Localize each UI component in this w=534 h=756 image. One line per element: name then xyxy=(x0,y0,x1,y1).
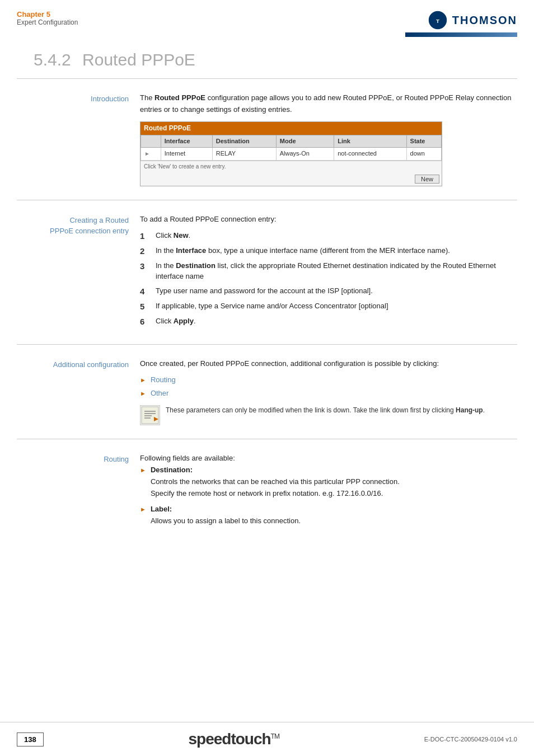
header-bar xyxy=(405,32,517,37)
note-icon xyxy=(140,405,160,425)
chapter-sub: Expert Configuration xyxy=(17,18,78,26)
thomson-icon: T xyxy=(428,10,448,30)
routing-body: Following fields are available: ► Destin… xyxy=(140,453,517,529)
step-4-text: Type user name and password for the acco… xyxy=(156,285,373,297)
table-row[interactable]: ► Internet RELAY Always-On not-connected… xyxy=(141,148,442,161)
routing-list: ► Destination: Controls the networks tha… xyxy=(140,464,517,527)
introduction-section: Introduction The Routed PPPoE configurat… xyxy=(17,79,517,200)
header: Chapter 5 Expert Configuration T THOMSON xyxy=(0,0,534,37)
speedtouch-bold: touch xyxy=(231,730,270,748)
speedtouch-tm: TM xyxy=(271,732,279,740)
step-3: 3 In the Destination list, click the app… xyxy=(140,260,517,282)
creating-label-line1: Creating a Routed xyxy=(69,216,129,224)
row-interface: Internet xyxy=(161,148,212,161)
col-state: State xyxy=(406,135,441,148)
col-destination: Destination xyxy=(212,135,276,148)
widget-titlebar: Routed PPPoE xyxy=(140,122,442,135)
page-title-text: Routed PPPoE xyxy=(82,50,195,69)
svg-text:T: T xyxy=(436,18,439,24)
creating-label: Creating a Routed PPPoE connection entry xyxy=(17,214,140,331)
page-title-area: 5.4.2 Routed PPPoE xyxy=(0,37,534,78)
creating-label-line2: PPPoE connection entry xyxy=(50,227,129,235)
introduction-body: The Routed PPPoE configuration page allo… xyxy=(140,92,517,186)
step-2-num: 2 xyxy=(140,245,152,257)
row-state: down xyxy=(406,148,441,161)
svg-rect-2 xyxy=(142,407,158,424)
routing-destination-block: Destination: Controls the networks that … xyxy=(151,464,400,499)
chapter-info: Chapter 5 Expert Configuration xyxy=(17,10,78,26)
footer-doc: E-DOC-CTC-20050429-0104 v1.0 xyxy=(424,736,517,743)
step-6-num: 6 xyxy=(140,316,152,327)
content: Introduction The Routed PPPoE configurat… xyxy=(0,79,534,543)
new-button[interactable]: New xyxy=(415,175,439,184)
thomson-logo: T THOMSON xyxy=(428,10,517,30)
introduction-text: The Routed PPPoE configuration page allo… xyxy=(140,92,517,116)
step-5-num: 5 xyxy=(140,300,152,312)
routing-destination-item: ► Destination: Controls the networks tha… xyxy=(140,464,517,499)
routing-section: Routing Following fields are available: … xyxy=(17,439,517,543)
footer: 138 speedtouchTM E-DOC-CTC-20050429-0104… xyxy=(0,722,534,756)
additional-section: Additional configuration Once created, p… xyxy=(17,345,517,439)
widget-hint: Click 'New' to create a new entry. xyxy=(140,161,442,172)
routing-label-item: ► Label: Allows you to assign a label to… xyxy=(140,504,517,527)
introduction-label: Introduction xyxy=(17,92,140,186)
step-3-text: In the Destination list, click the appro… xyxy=(156,260,517,282)
row-link: not-connected xyxy=(334,148,406,161)
note-box: These parameters can only be modified wh… xyxy=(140,405,517,425)
row-destination: RELAY xyxy=(212,148,276,161)
additional-body: Once created, per Routed PPPoE connectio… xyxy=(140,358,517,425)
creating-body: To add a Routed PPPoE connection entry: … xyxy=(140,214,517,331)
routing-label-text: Label: xyxy=(151,505,172,513)
routing-label: Routing xyxy=(17,453,140,529)
steps-intro: To add a Routed PPPoE connection entry: xyxy=(140,214,517,226)
step-1-text: Click New. xyxy=(156,230,190,241)
step-1: 1 Click New. xyxy=(140,230,517,242)
routing-label-block: Label: Allows you to assign a label to t… xyxy=(151,504,301,527)
bullet-other: ► Other xyxy=(140,388,517,400)
routed-pppoe-widget: Routed PPPoE Interface Destination Mode … xyxy=(140,121,442,186)
bullet-arrow-1: ► xyxy=(140,375,146,386)
step-6: 6 Click Apply. xyxy=(140,316,517,327)
table-header-row: Interface Destination Mode Link State xyxy=(141,135,442,148)
step-4: 4 Type user name and password for the ac… xyxy=(140,285,517,297)
step-6-text: Click Apply. xyxy=(156,316,196,327)
page-number: 138 xyxy=(17,732,44,746)
step-5-text: If applicable, type a Service name and/o… xyxy=(156,300,388,312)
step-5: 5 If applicable, type a Service name and… xyxy=(140,300,517,312)
routing-destination-desc: Controls the networks that can be reache… xyxy=(151,477,400,497)
routing-intro: Following fields are available: xyxy=(140,453,517,464)
widget-table: Interface Destination Mode Link State ► … xyxy=(140,135,442,161)
bullet-arrow-2: ► xyxy=(140,389,146,399)
page-title-number: 5.4.2 xyxy=(34,50,71,69)
logo-text: THOMSON xyxy=(452,14,517,27)
bullet-arrow-label: ► xyxy=(140,505,146,515)
additional-text: Once created, per Routed PPPoE connectio… xyxy=(140,358,517,370)
speedtouch-text: speed xyxy=(188,730,231,748)
col-empty xyxy=(141,135,161,148)
bullet-routing: ► Routing xyxy=(140,374,517,386)
step-3-num: 3 xyxy=(140,260,152,272)
col-interface: Interface xyxy=(161,135,212,148)
page-title: 5.4.2 Routed PPPoE xyxy=(34,50,534,69)
step-2-text: In the Interface box, type a unique inte… xyxy=(156,245,450,256)
note-svg xyxy=(140,406,160,425)
speedtouch-logo: speedtouchTM xyxy=(188,730,279,748)
bullet-list: ► Routing ► Other xyxy=(140,374,517,400)
routing-label-desc: Allows you to assign a label to this con… xyxy=(151,516,301,525)
step-list: 1 Click New. 2 In the Interface box, typ… xyxy=(140,230,517,327)
creating-section: Creating a Routed PPPoE connection entry… xyxy=(17,200,517,345)
step-4-num: 4 xyxy=(140,285,152,297)
bullet-arrow-dest: ► xyxy=(140,466,146,476)
row-mode: Always-On xyxy=(276,148,334,161)
col-mode: Mode xyxy=(276,135,334,148)
routing-destination-label: Destination: xyxy=(151,466,193,474)
other-link[interactable]: Other xyxy=(151,388,169,400)
routing-link[interactable]: Routing xyxy=(151,374,176,386)
row-arrow: ► xyxy=(141,148,161,161)
col-link: Link xyxy=(334,135,406,148)
logo-area: T THOMSON xyxy=(405,10,517,37)
chapter-title: Chapter 5 xyxy=(17,10,78,18)
step-1-num: 1 xyxy=(140,230,152,242)
additional-label: Additional configuration xyxy=(17,358,140,425)
step-2: 2 In the Interface box, type a unique in… xyxy=(140,245,517,257)
